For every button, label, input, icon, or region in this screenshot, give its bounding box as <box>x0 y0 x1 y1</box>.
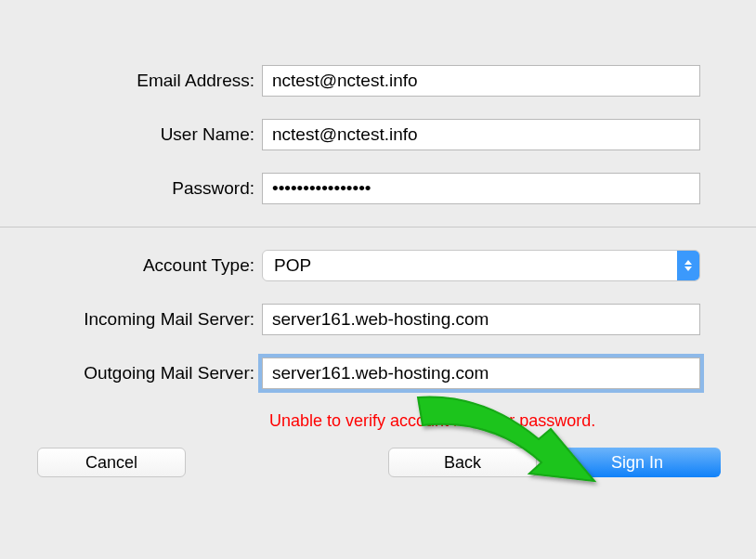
outgoing-server-label: Outgoing Mail Server: <box>28 363 262 384</box>
error-message: Unable to verify account name or passwor… <box>0 411 756 431</box>
outgoing-server-field[interactable] <box>262 358 700 389</box>
incoming-server-label: Incoming Mail Server: <box>28 309 262 330</box>
username-row: User Name: <box>0 119 756 150</box>
button-row: Cancel Back Sign In <box>0 448 756 477</box>
password-label: Password: <box>28 178 262 199</box>
account-type-select[interactable]: POP <box>262 250 700 281</box>
signin-button[interactable]: Sign In <box>554 448 721 477</box>
incoming-server-field[interactable] <box>262 304 700 335</box>
outgoing-server-row: Outgoing Mail Server: <box>0 358 756 389</box>
incoming-server-row: Incoming Mail Server: <box>0 304 756 335</box>
email-row: Email Address: <box>0 65 756 97</box>
cancel-button[interactable]: Cancel <box>37 448 186 477</box>
dropdown-arrows-icon <box>677 251 699 280</box>
back-button[interactable]: Back <box>388 448 537 477</box>
account-type-label: Account Type: <box>28 255 262 276</box>
username-label: User Name: <box>28 124 262 145</box>
username-field[interactable] <box>262 119 700 150</box>
mail-account-form: Email Address: User Name: Password: Acco… <box>0 0 756 477</box>
account-type-value: POP <box>263 255 677 276</box>
section-divider <box>0 227 756 228</box>
password-row: Password: <box>0 173 756 204</box>
account-type-row: Account Type: POP <box>0 250 756 281</box>
email-label: Email Address: <box>28 71 262 91</box>
email-field[interactable] <box>262 65 700 97</box>
password-field[interactable] <box>262 173 700 204</box>
